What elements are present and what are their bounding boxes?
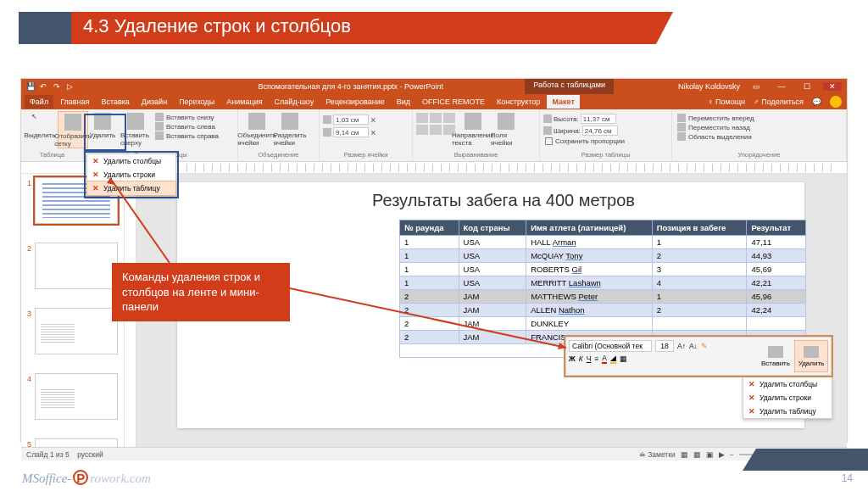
table-cell[interactable]: 1 <box>400 263 459 276</box>
highlight-icon[interactable]: ◢ <box>610 354 616 364</box>
delete-rows-item[interactable]: ✕Удалить строки <box>87 168 175 181</box>
table-cell[interactable]: USA <box>459 263 526 276</box>
table-cell[interactable]: JAM <box>459 331 526 344</box>
share-button[interactable]: ♂ Поделиться <box>754 98 804 106</box>
select-button[interactable]: ↖Выделить <box>25 111 55 139</box>
thumbnail-2[interactable] <box>35 243 118 289</box>
notes-toggle[interactable]: ≐ Заметки <box>639 450 676 459</box>
tab-animations[interactable]: Анимация <box>221 95 267 109</box>
align-center-icon[interactable] <box>430 113 442 123</box>
table-cell[interactable]: 42,21 <box>747 276 806 290</box>
table-cell[interactable]: 1 <box>652 236 747 249</box>
mini-delete-table-item[interactable]: ✕Удалить таблицу <box>743 405 832 418</box>
reading-view-icon[interactable]: ▣ <box>706 450 714 459</box>
table-height-field[interactable]: Высота:11,37 см <box>543 114 616 124</box>
row-height-field[interactable]: 1,03 см⨯ <box>323 114 376 125</box>
lock-aspect-checkbox[interactable]: Сохранить пропорции <box>543 137 626 145</box>
quick-access-toolbar[interactable]: 💾 ↶ ↷ ▷ <box>21 82 81 91</box>
table-cell[interactable]: 45,69 <box>747 263 806 276</box>
mini-insert-button[interactable]: Вставить <box>759 340 793 372</box>
comments-icon[interactable]: 💬 <box>812 98 821 106</box>
start-from-beginning-icon[interactable]: ▷ <box>67 82 75 91</box>
tab-layout[interactable]: Макет <box>547 95 579 109</box>
font-color-icon[interactable]: A <box>602 354 607 364</box>
align-top-icon[interactable] <box>416 125 428 135</box>
decrease-font-icon[interactable]: A↓ <box>689 342 698 350</box>
table-cell[interactable]: McQUAY Tony <box>526 249 653 263</box>
table-row[interactable]: 2JAMALLEN Nathon242,24 <box>400 304 806 317</box>
close-icon[interactable]: ✕ <box>823 82 842 91</box>
table-cell[interactable]: HALL Arman <box>526 236 653 249</box>
language-indicator[interactable]: русский <box>77 450 103 459</box>
thumbnail-3[interactable] <box>35 308 118 354</box>
table-cell[interactable]: 2 <box>652 304 747 317</box>
align-right-icon[interactable] <box>443 113 455 123</box>
insert-right-button[interactable]: Вставить справа <box>153 131 220 140</box>
table-cell[interactable]: ROBERTS Gil <box>526 263 653 276</box>
align-icon[interactable]: ≡ <box>594 354 598 363</box>
bold-icon[interactable]: Ж <box>569 354 576 363</box>
table-cell[interactable]: 1 <box>400 249 459 263</box>
table-row[interactable]: 2JAMMATTHEWS Peter145,96 <box>400 290 806 304</box>
bring-forward-button[interactable]: Переместить вперед <box>676 114 756 122</box>
mini-delete-rows-item[interactable]: ✕Удалить строки <box>743 391 832 405</box>
increase-font-icon[interactable]: A↑ <box>677 342 686 350</box>
align-left-icon[interactable] <box>416 113 428 123</box>
table-width-field[interactable]: Ширина:24,76 см <box>543 126 618 136</box>
insert-left-button[interactable]: Вставить слева <box>153 122 220 131</box>
table-cell[interactable]: JAM <box>459 317 526 331</box>
delete-columns-item[interactable]: ✕Удалить столбцы <box>87 154 175 168</box>
ribbon-options-icon[interactable]: ▭ <box>747 82 765 91</box>
table-cell[interactable]: USA <box>459 236 526 249</box>
table-cell[interactable]: 1 <box>400 236 459 249</box>
tab-file[interactable]: Файл <box>25 95 53 109</box>
table-cell[interactable]: USA <box>459 276 526 290</box>
tab-design[interactable]: Дизайн <box>136 95 172 109</box>
cell-margins-button[interactable]: Поля ячейки <box>491 111 521 147</box>
table-cell[interactable]: 4 <box>652 276 747 290</box>
merge-cells-button[interactable]: Объединить ячейки <box>242 111 272 147</box>
table-cell[interactable]: MERRITT Lashawn <box>526 276 653 290</box>
tab-view[interactable]: Вид <box>392 95 415 109</box>
redo-icon[interactable]: ↷ <box>53 82 62 91</box>
insert-below-button[interactable]: Вставить снизу <box>153 113 220 121</box>
table-cell[interactable]: 42,24 <box>747 304 806 317</box>
table-cell[interactable]: USA <box>459 249 526 263</box>
format-painter-icon[interactable]: ✎ <box>701 342 708 350</box>
tab-insert[interactable]: Вставка <box>96 95 134 109</box>
table-cell[interactable]: 2 <box>652 249 747 263</box>
save-icon[interactable]: 💾 <box>26 82 35 91</box>
tell-me[interactable]: ♀ Помощн <box>708 98 745 106</box>
mini-delete-columns-item[interactable]: ✕Удалить столбцы <box>743 377 832 391</box>
align-middle-icon[interactable] <box>430 125 442 135</box>
slide-thumbnails-pane[interactable]: 1 2 3 4 5 <box>21 174 125 447</box>
user-name[interactable]: Nikolay Koldovsky <box>678 82 740 91</box>
normal-view-icon[interactable]: ▦ <box>681 450 688 459</box>
table-cell[interactable] <box>747 317 806 331</box>
undo-icon[interactable]: ↶ <box>40 82 48 91</box>
table-cell[interactable]: 2 <box>400 331 459 344</box>
table-cell[interactable]: ALLEN Nathon <box>526 304 653 317</box>
text-direction-button[interactable]: Направление текста <box>458 111 488 147</box>
table-cell[interactable]: 1 <box>652 290 747 304</box>
selection-pane-button[interactable]: Область выделения <box>676 132 754 141</box>
table-cell[interactable]: MATTHEWS Peter <box>526 290 653 304</box>
table-row[interactable]: 1USAMERRITT Lashawn442,21 <box>400 276 806 290</box>
table-row[interactable]: 2JAMDUNKLEY <box>400 317 806 331</box>
table-cell[interactable]: 1 <box>400 276 459 290</box>
tab-slideshow[interactable]: Слайд-шоу <box>270 95 320 109</box>
maximize-icon[interactable]: ☐ <box>798 82 816 91</box>
thumbnail-4[interactable] <box>35 373 118 420</box>
split-cells-button[interactable]: Разделить ячейки <box>275 111 305 147</box>
thumbnail-5[interactable] <box>35 438 118 447</box>
tab-review[interactable]: Рецензирование <box>320 95 390 109</box>
mini-delete-button[interactable]: Удалить <box>794 340 828 372</box>
table-cell[interactable]: 47,11 <box>747 236 806 249</box>
underline-icon[interactable]: Ч <box>587 354 592 363</box>
table-row[interactable]: 1USAHALL Arman147,11 <box>400 236 806 249</box>
border-icon[interactable]: ▦ <box>620 354 627 363</box>
tab-designer[interactable]: Конструктор <box>492 95 545 109</box>
minimize-icon[interactable]: — <box>772 82 791 91</box>
mini-font-size[interactable]: 18 <box>655 340 674 352</box>
italic-icon[interactable]: К <box>579 354 583 363</box>
